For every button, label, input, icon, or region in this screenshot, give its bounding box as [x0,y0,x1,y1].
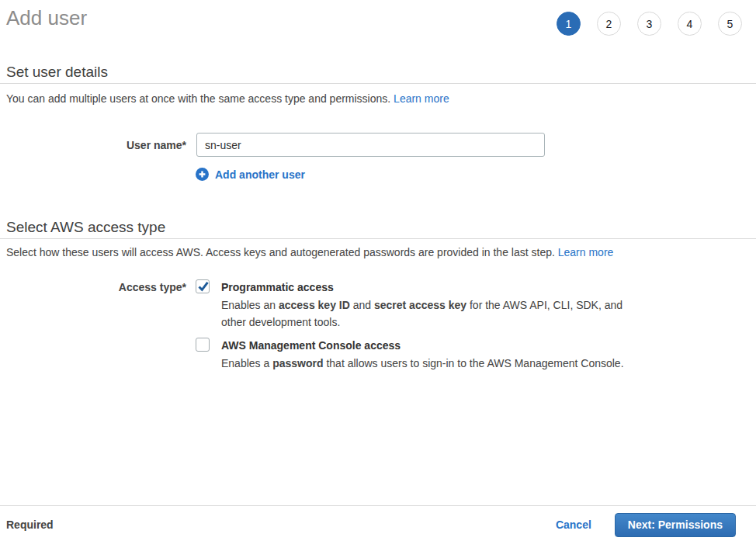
section-divider [0,83,756,84]
page-title: Add user [6,6,87,30]
programmatic-access-title: Programmatic access [221,281,334,293]
desc-bold: password [272,357,323,369]
step-indicator: 1 2 3 4 5 [557,12,742,36]
cancel-button[interactable]: Cancel [556,518,591,531]
user-details-intro: You can add multiple users at once with … [6,92,449,105]
console-access-checkbox[interactable] [196,338,210,352]
footer-divider [0,505,756,506]
step-2: 2 [597,12,621,36]
desc-text: and [350,299,374,311]
user-details-intro-text: You can add multiple users at once with … [6,92,390,105]
desc-text: that allows users to sign-in to the AWS … [324,357,624,369]
footer-actions: Cancel Next: Permissions [556,512,736,537]
console-access-title: AWS Management Console access [221,339,401,352]
add-another-user-link[interactable]: Add another user [196,168,305,181]
learn-more-link-access-type[interactable]: Learn more [558,246,614,258]
access-type-intro: Select how these users will access AWS. … [6,246,613,258]
step-5: 5 [718,12,742,36]
programmatic-access-description: Enables an access key ID and secret acce… [221,297,628,331]
learn-more-link-user-details[interactable]: Learn more [394,92,449,105]
checkmark-icon [196,279,210,293]
section-divider [0,238,756,239]
next-permissions-button[interactable]: Next: Permissions [615,513,736,537]
desc-bold: secret access key [374,299,466,311]
plus-circle-icon [196,168,209,181]
user-name-label: User name* [0,139,186,151]
required-note: Required [6,518,54,531]
add-another-user-label: Add another user [215,168,305,181]
desc-bold: access key ID [279,299,350,311]
console-access-description: Enables a password that allows users to … [221,355,628,373]
step-3: 3 [637,12,661,36]
add-user-page: Add user 1 2 3 4 5 Set user details You … [0,0,756,541]
desc-text: Enables an [221,299,279,311]
section-heading-user-details: Set user details [6,64,108,81]
step-4: 4 [678,12,702,36]
access-type-intro-text: Select how these users will access AWS. … [6,246,555,258]
step-1: 1 [557,12,581,36]
user-name-input[interactable] [196,133,545,157]
desc-text: Enables a [221,357,272,369]
section-heading-access-type: Select AWS access type [6,219,165,236]
access-type-label: Access type* [0,281,186,293]
programmatic-access-checkbox[interactable] [196,279,210,293]
